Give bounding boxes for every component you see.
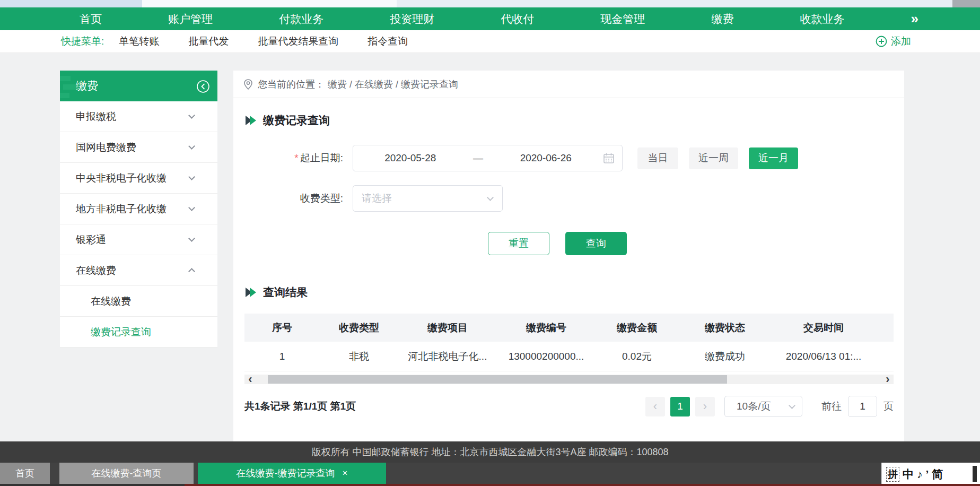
bottom-tab-bar: 首页 在线缴费-查询页 在线缴费-缴费记录查询 ×	[0, 463, 980, 484]
browser-edge-segment	[397, 0, 952, 7]
browser-edge-segment	[142, 0, 397, 7]
quick-menu-bar: 快捷菜单: 单笔转账 批量代发 批量代发结果查询 指令查询 添加	[0, 30, 980, 53]
range-button-last-month[interactable]: 近一月	[749, 147, 798, 169]
col-header-seq: 序号	[244, 321, 320, 335]
results-table: 序号 收费类型 缴费项目 缴费编号 缴费金额 缴费状态 交易时间 1 非税 河北…	[244, 314, 894, 371]
tab-online-payment-query-page[interactable]: 在线缴费-查询页	[59, 463, 194, 484]
tab-payment-record-query[interactable]: 在线缴费-缴费记录查询 ×	[198, 463, 386, 484]
nav-item-payments[interactable]: 付款业务	[279, 12, 323, 27]
sidebar-item-central-nontax[interactable]: 中央非税电子化收缴	[60, 163, 217, 194]
cell-amount: 0.02元	[596, 350, 678, 363]
add-quick-menu-button[interactable]: 添加	[876, 34, 911, 48]
chevron-up-icon	[188, 268, 195, 275]
double-triangle-icon	[245, 287, 258, 298]
form-actions: 重置 查询	[488, 232, 904, 255]
sidebar-subitem-payment-record-query[interactable]: 缴费记录查询	[60, 317, 217, 348]
copyright-text: 版权所有 中国邮政储蓄银行 地址：北京市西城区金融大街3号A座 邮政编码：100…	[311, 446, 668, 458]
table-row: 1 非税 河北非税电子化... 130000200000... 0.02元 缴费…	[244, 342, 894, 371]
cell-transaction-time: 2020/06/13 01:...	[772, 351, 876, 362]
quick-item-batch-result-query[interactable]: 批量代发结果查询	[258, 34, 338, 48]
goto-page-input[interactable]: 1	[848, 396, 877, 417]
nav-item-home[interactable]: 首页	[80, 12, 102, 27]
goto-label: 前往	[821, 400, 842, 413]
col-header-fee-type: 收费类型	[320, 321, 398, 335]
double-triangle-icon	[245, 115, 258, 126]
fee-type-select[interactable]: 请选择	[353, 185, 503, 212]
scroll-right-icon[interactable]: ›	[882, 375, 894, 384]
calendar-icon[interactable]	[603, 152, 615, 164]
ime-tray[interactable]: 拼 中 ♪ ’ 简	[881, 463, 980, 486]
sidebar-subitem-online-payment[interactable]: 在线缴费	[60, 286, 217, 317]
col-header-payment-no: 缴费编号	[497, 321, 596, 335]
sidebar-item-online-payment[interactable]: 在线缴费	[60, 255, 217, 286]
ime-punctuation-icon[interactable]: ’	[926, 468, 929, 481]
scrollbar-thumb[interactable]	[268, 375, 727, 384]
nav-item-collection-payment[interactable]: 代收付	[501, 12, 534, 27]
ime-simplified-icon[interactable]: 简	[932, 467, 943, 482]
col-header-transaction-time: 交易时间	[772, 321, 876, 335]
browser-edge-strip	[0, 0, 980, 7]
nav-item-investment[interactable]: 投资理财	[390, 12, 434, 27]
sidebar-item-yincaitong[interactable]: 银彩通	[60, 224, 217, 255]
range-button-today[interactable]: 当日	[637, 147, 678, 169]
next-page-button[interactable]: ›	[695, 397, 715, 416]
range-button-last-week[interactable]: 近一周	[689, 147, 738, 169]
end-date-value[interactable]: 2020-06-26	[489, 152, 603, 164]
nav-item-receivables[interactable]: 收款业务	[800, 12, 844, 27]
nav-more-icon[interactable]: »	[911, 11, 917, 27]
nav-item-fee-payment[interactable]: 缴费	[711, 12, 733, 27]
start-date-value[interactable]: 2020-05-28	[353, 152, 468, 164]
chevron-down-icon	[188, 112, 195, 119]
screen: 首页 账户管理 付款业务 投资理财 代收付 现金管理 缴费 收款业务 » 快捷菜…	[0, 0, 980, 486]
pagination-bar: 共1条记录 第1/1页 第1页 ‹ 1 › 10条/页 前往 1 页	[244, 396, 894, 417]
sidebar-item-grid-electricity[interactable]: 国网电费缴费	[60, 132, 217, 163]
ime-chinese-mode-icon[interactable]: 中	[903, 467, 914, 482]
sidebar: 缴费 申报缴税 国网电费缴费 中央非税电子化收缴 地方非税电子化收缴 银彩通	[60, 71, 217, 348]
table-header-row: 序号 收费类型 缴费项目 缴费编号 缴费金额 缴费状态 交易时间	[244, 314, 894, 342]
quick-item-batch-payment[interactable]: 批量代发	[188, 34, 229, 48]
content-panel: 您当前的位置： 缴费 / 在线缴费 / 缴费记录查询 缴费记录查询 *起止日期:…	[233, 71, 904, 441]
scroll-left-icon[interactable]: ‹	[244, 375, 256, 384]
record-count-summary: 共1条记录 第1/1页 第1页	[244, 400, 356, 413]
goto-page-group: 前往 1 页	[821, 396, 894, 417]
query-section-title-text: 缴费记录查询	[263, 113, 330, 128]
query-button[interactable]: 查询	[565, 232, 627, 255]
col-header-amount: 缴费金额	[596, 321, 678, 335]
sidebar-item-label: 在线缴费	[76, 264, 116, 277]
sidebar-item-label: 中央非税电子化收缴	[76, 171, 167, 185]
chevron-down-icon	[487, 194, 494, 201]
reset-button[interactable]: 重置	[488, 232, 549, 255]
results-section-title-text: 查询结果	[263, 285, 308, 300]
sidebar-item-label: 银彩通	[76, 233, 106, 247]
sidebar-item-tax-declaration[interactable]: 申报缴税	[60, 101, 217, 132]
col-header-status: 缴费状态	[678, 321, 772, 335]
nav-item-cash-management[interactable]: 现金管理	[600, 12, 645, 27]
prev-page-button[interactable]: ‹	[645, 397, 665, 416]
cell-fee-type: 非税	[320, 350, 398, 363]
sidebar-subitem-label: 缴费记录查询	[91, 325, 151, 339]
scrollbar-track[interactable]	[256, 375, 882, 384]
quick-item-single-transfer[interactable]: 单笔转账	[119, 34, 159, 48]
ime-sound-icon[interactable]: ♪	[917, 468, 923, 481]
sidebar-header: 缴费	[60, 71, 217, 101]
cell-payment-no: 130000200000...	[497, 351, 596, 362]
fee-type-label: 收费类型:	[233, 192, 343, 205]
page-number-button[interactable]: 1	[670, 397, 690, 416]
chevron-down-icon	[188, 173, 195, 180]
sidebar-collapse-button[interactable]	[196, 80, 210, 96]
ime-pinyin-icon[interactable]: 拼	[886, 467, 899, 482]
date-range-input[interactable]: 2020-05-28 — 2020-06-26	[353, 145, 623, 171]
fee-type-placeholder: 请选择	[362, 192, 392, 205]
sidebar-item-local-nontax[interactable]: 地方非税电子化收缴	[60, 194, 217, 224]
quick-menu-label: 快捷菜单:	[61, 34, 104, 48]
desktop-edge-strip	[0, 484, 980, 486]
breadcrumb: 您当前的位置： 缴费 / 在线缴费 / 缴费记录查询	[233, 71, 904, 98]
nav-item-accounts[interactable]: 账户管理	[168, 12, 213, 27]
chevron-down-icon	[789, 402, 795, 409]
page-size-select[interactable]: 10条/页	[724, 396, 802, 417]
plus-circle-icon	[876, 36, 887, 47]
query-section-title: 缴费记录查询	[245, 113, 904, 128]
quick-item-instruction-query[interactable]: 指令查询	[368, 34, 408, 48]
tab-home[interactable]: 首页	[0, 463, 50, 484]
close-icon[interactable]: ×	[343, 468, 348, 479]
